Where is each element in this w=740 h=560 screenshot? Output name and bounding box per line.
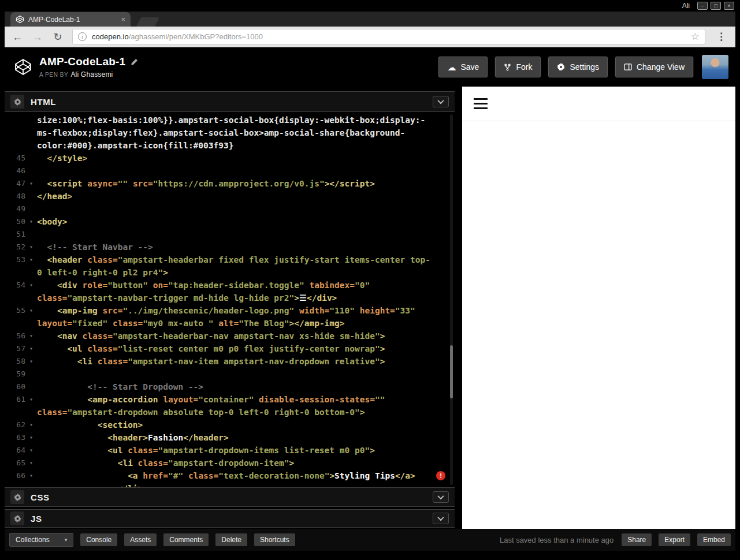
code-text: layout="fixed" class="my0 mx-auto " alt=… xyxy=(37,317,345,330)
refresh-button[interactable]: ↻ xyxy=(52,31,64,43)
code-line[interactable]: 58▾ <li class="ampstart-nav-item ampstar… xyxy=(5,355,455,368)
fold-gutter-spacer xyxy=(25,482,37,487)
share-button[interactable]: Share xyxy=(622,533,652,546)
code-line[interactable]: color:#000}.ampstart-icon{fill:#003f93} xyxy=(5,139,455,152)
code-line[interactable]: size:100%;flex-basis:100%}}.ampstart-soc… xyxy=(5,114,455,126)
code-line[interactable]: 47▾ <script async="" src="https://cdn.am… xyxy=(5,177,455,190)
embed-button[interactable]: Embed xyxy=(697,533,731,546)
fold-arrow-icon[interactable]: ▾ xyxy=(25,330,37,342)
console-button[interactable]: Console xyxy=(80,533,117,546)
code-line[interactable]: class="ampstart-navbar-trigger md-hide l… xyxy=(5,292,455,304)
html-gear-icon[interactable] xyxy=(10,95,24,109)
comments-button[interactable]: Comments xyxy=(163,533,209,546)
code-line[interactable]: 59 xyxy=(5,368,455,380)
edit-pencil-icon[interactable] xyxy=(131,58,138,66)
url-bar[interactable]: i codepen.io/aghassemi/pen/XMKbGP?editor… xyxy=(72,29,705,44)
window-close-button[interactable]: × xyxy=(724,2,734,10)
code-line[interactable]: 61▾ <amp-accordion layout="container" di… xyxy=(5,393,455,406)
codepen-logo-icon[interactable] xyxy=(14,58,32,76)
browser-menu-icon[interactable]: ⋮ xyxy=(714,31,728,43)
code-line[interactable]: 57▾ <ul class="list-reset center m0 p0 f… xyxy=(5,342,455,355)
code-line[interactable]: 48</head> xyxy=(5,190,455,203)
code-line[interactable]: 52▾ <!-- Start Navbar --> xyxy=(5,241,455,253)
code-line[interactable]: 50▾<body> xyxy=(5,215,455,228)
browser-tabbar: AMP-CodeLab-1 × xyxy=(5,12,735,27)
code-line[interactable]: layout="fixed" class="my0 mx-auto " alt=… xyxy=(5,317,455,330)
page-info-icon[interactable]: i xyxy=(78,32,87,41)
fold-arrow-icon[interactable]: ▾ xyxy=(25,215,37,228)
save-button[interactable]: ☁ Save xyxy=(438,56,488,78)
line-number: 45 xyxy=(5,152,25,165)
code-line[interactable]: 51 xyxy=(5,228,455,241)
line-number: 50 xyxy=(5,215,25,228)
header-actions: ☁ Save Fork Settings xyxy=(438,55,728,79)
code-line[interactable]: 0 left-0 right-0 pl2 pr4"> xyxy=(5,266,455,279)
css-gear-icon[interactable] xyxy=(10,490,24,504)
code-line[interactable]: 60 <!-- Start Dropdown --> xyxy=(5,380,455,393)
code-line[interactable]: 45 </style> xyxy=(5,152,455,165)
code-text: <!-- Start Dropdown --> xyxy=(37,380,203,393)
fold-arrow-icon[interactable]: ▾ xyxy=(25,342,37,355)
tab-close-icon[interactable]: × xyxy=(121,16,125,23)
export-button[interactable]: Export xyxy=(659,533,690,546)
hamburger-menu-icon[interactable] xyxy=(474,98,488,109)
browser-tab[interactable]: AMP-CodeLab-1 × xyxy=(10,12,131,27)
fold-arrow-icon[interactable]: ▾ xyxy=(25,241,37,253)
code-line[interactable]: 46 xyxy=(5,165,455,177)
error-icon[interactable]: ! xyxy=(436,471,445,480)
browser-toolbar: ← → ↻ i codepen.io/aghassemi/pen/XMKbGP?… xyxy=(5,27,735,47)
code-text: <a href="#" class="text-decoration-none"… xyxy=(37,469,415,482)
fold-arrow-icon[interactable]: ▾ xyxy=(25,393,37,406)
bookmark-star-icon[interactable]: ☆ xyxy=(691,31,700,43)
collections-dropdown[interactable]: Collections ▾ xyxy=(9,533,73,547)
forward-button[interactable]: → xyxy=(32,31,43,43)
panel-resizer[interactable] xyxy=(455,87,462,529)
html-panel-header[interactable]: HTML xyxy=(5,91,455,112)
fold-arrow-icon[interactable]: ▾ xyxy=(25,177,37,190)
fork-button[interactable]: Fork xyxy=(494,56,541,78)
code-line[interactable]: 54▾ <div role="button" on="tap:header-si… xyxy=(5,279,455,292)
code-line[interactable]: 49 xyxy=(5,203,455,215)
line-number: 51 xyxy=(5,228,25,241)
code-line[interactable]: 63▾ <header>Fashion</header> xyxy=(5,431,455,444)
back-button[interactable]: ← xyxy=(12,31,23,43)
fold-arrow-icon[interactable]: ▾ xyxy=(25,431,37,444)
delete-button[interactable]: Delete xyxy=(215,533,247,546)
new-tab-button[interactable] xyxy=(136,17,160,27)
code-line[interactable]: 53▾ <header class="ampstart-headerbar fi… xyxy=(5,253,455,266)
js-gear-icon[interactable] xyxy=(10,512,24,525)
editor-scrollbar[interactable] xyxy=(450,114,453,485)
code-line[interactable]: 65▾ <li class="ampstart-dropdown-item"> xyxy=(5,457,455,469)
fold-arrow-icon[interactable]: ▾ xyxy=(25,444,37,457)
change-view-button[interactable]: Change View xyxy=(615,56,694,78)
code-line[interactable]: 64▾ <ul class="ampstart-dropdown-items l… xyxy=(5,444,455,457)
code-line[interactable]: class="ampstart-dropdown absolute top-0 … xyxy=(5,406,455,419)
avatar[interactable] xyxy=(702,55,728,79)
code-editor[interactable]: size:100%;flex-basis:100%}}.ampstart-soc… xyxy=(5,112,455,487)
code-line[interactable]: 56▾ <nav class="ampstart-headerbar-nav a… xyxy=(5,330,455,342)
fold-arrow-icon[interactable]: ▾ xyxy=(25,419,37,431)
js-collapse-chevron-icon[interactable] xyxy=(433,513,449,524)
html-collapse-chevron-icon[interactable] xyxy=(433,96,449,107)
shortcuts-button[interactable]: Shortcuts xyxy=(254,533,295,546)
editor-scrollbar-thumb[interactable] xyxy=(450,345,453,398)
css-collapse-chevron-icon[interactable] xyxy=(433,491,449,503)
author-link[interactable]: Ali Ghassemi xyxy=(70,70,113,79)
js-panel-header[interactable]: JS xyxy=(5,509,455,528)
code-line[interactable]: 66▾ <a href="#" class="text-decoration-n… xyxy=(5,469,455,482)
fold-arrow-icon[interactable]: ▾ xyxy=(25,469,37,482)
window-maximize-button[interactable]: □ xyxy=(711,2,721,10)
css-panel-header[interactable]: CSS xyxy=(5,487,455,507)
settings-button[interactable]: Settings xyxy=(548,56,608,78)
window-minimize-button[interactable]: – xyxy=(697,2,708,10)
code-line[interactable]: </li> xyxy=(5,482,455,487)
assets-button[interactable]: Assets xyxy=(124,533,157,546)
fold-arrow-icon[interactable]: ▾ xyxy=(25,253,37,266)
fold-arrow-icon[interactable]: ▾ xyxy=(25,304,37,317)
fold-arrow-icon[interactable]: ▾ xyxy=(25,457,37,469)
fold-arrow-icon[interactable]: ▾ xyxy=(25,279,37,292)
code-line[interactable]: ms-flexbox;display:flex}.ampstart-social… xyxy=(5,126,455,139)
code-line[interactable]: 62▾ <section> xyxy=(5,419,455,431)
code-line[interactable]: 55▾ <amp-img src="../img/thescenic/heade… xyxy=(5,304,455,317)
fold-arrow-icon[interactable]: ▾ xyxy=(25,355,37,368)
